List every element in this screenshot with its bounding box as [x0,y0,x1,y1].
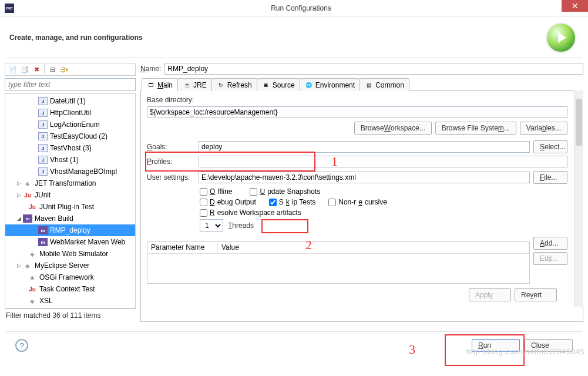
base-dir-input[interactable] [147,106,567,118]
tab-source[interactable]: ≣Source [257,78,300,91]
help-icon[interactable]: ? [15,339,28,352]
variables-button[interactable]: Variables... [520,122,567,135]
collapse-icon[interactable]: ⊟ [47,64,58,75]
non-recursive-checkbox[interactable]: Non-recursive [328,198,387,206]
debug-output-checkbox[interactable]: Debug Output [200,198,256,206]
resolve-workspace-checkbox[interactable]: Resolve Workspace artifacts [200,209,301,217]
revert-button[interactable]: Revert [515,288,557,301]
skip-tests-checkbox[interactable]: Skip Tests [269,198,315,206]
annot-3: 3 [409,342,415,357]
name-label: Name: [140,65,161,73]
tab-environment[interactable]: 🌐Environment [300,78,360,91]
file-button[interactable]: File... [533,171,567,184]
user-settings-input[interactable] [199,172,530,183]
tree-item[interactable]: JLogActionEnum [5,119,135,130]
tree-item[interactable]: ◈Mobile Web Simulator [5,248,135,260]
tree-item[interactable]: ◈XSL [5,295,135,307]
tab-jre[interactable]: ☕JRE [177,78,212,91]
apply-button: Apply [469,288,511,301]
tree-item[interactable]: JuJUnit Plug-in Test [5,201,135,213]
parameters-table[interactable]: Parameter Name Value [147,241,530,284]
run-orb-icon [547,24,575,52]
threads-select[interactable]: 1 [200,219,223,232]
base-dir-label: Base directory: [147,96,194,104]
col-param-name: Parameter Name [147,242,218,253]
duplicate-icon[interactable]: 📑 [19,64,30,75]
profiles-label: Profiles: [147,157,195,166]
annot-1: 1 [331,154,338,169]
threads-label: Threads [228,221,254,230]
select-button[interactable]: Select... [533,140,567,153]
left-toolbar: 📄 📑 ✖ ⊟ ⇶▾ [5,63,136,76]
tree-item[interactable]: ▷JuJUnit [5,189,135,201]
tree-item[interactable]: JVhost (1) [5,154,135,166]
tree-item[interactable]: ▷◈MyEclipse Server [5,260,135,271]
page-title: Create, manage, and run configurations [9,33,143,42]
tree-item[interactable]: JDateUtil (1) [5,95,135,107]
col-value: Value [218,242,529,253]
tree-item[interactable]: JuTask Context Test [5,283,135,295]
watermark: http://blog.csdn.net/u012045045 [466,347,584,356]
add-button[interactable]: Add... [533,237,567,250]
tree-item[interactable]: mWebMarket Maven Web [5,236,135,248]
edit-button: Edit... [533,252,567,265]
browse-filesystem-button[interactable]: Browse File System... [435,122,516,135]
tree-item[interactable]: JHttpClientUtil [5,107,135,119]
tab-common[interactable]: ▤Common [359,78,409,91]
window-title: Run Configurations [14,4,588,12]
tab-refresh[interactable]: ↻Refresh [211,78,257,91]
filter-input[interactable] [5,78,136,91]
user-settings-label: User settings: [147,173,195,182]
tree-item[interactable]: ◢mMaven Build [5,213,135,224]
goals-label: Goals: [147,143,195,151]
name-input[interactable] [164,63,583,75]
browse-workspace-button[interactable]: Browse Workspace... [354,122,432,135]
tree-item[interactable]: ◈OSGi Framework [5,271,135,283]
tree-item[interactable]: ▷◈JET Transformation [5,177,135,189]
goals-input[interactable] [199,141,530,153]
config-tree[interactable]: JDateUtil (1)JHttpClientUtilJLogActionEn… [5,93,136,308]
annot-2: 2 [305,237,312,253]
update-snapshots-checkbox[interactable]: Update Snapshots [250,187,320,196]
form-scrollbar[interactable] [574,90,583,307]
tree-item[interactable]: JTestVhost (3) [5,142,135,154]
tree-item[interactable]: JTestEasyCloud (2) [5,130,135,142]
offline-checkbox[interactable]: Offline [200,187,232,196]
tree-item[interactable]: JVhostManageBOImpl [5,166,135,177]
new-config-icon[interactable]: 📄 [8,64,18,75]
form-panel: Base directory: Browse Workspace... Brow… [140,90,583,322]
profiles-input[interactable] [199,156,567,167]
filter-icon[interactable]: ⇶▾ [59,64,69,75]
tree-item[interactable]: mRMP_deploy [5,224,135,236]
tab-main[interactable]: 🗔Main [142,78,178,91]
delete-icon[interactable]: ✖ [31,64,42,75]
app-icon: me [5,4,14,13]
filter-status: Filter matched 36 of 111 items [5,308,136,322]
close-window-button[interactable]: ✕ [562,0,588,12]
